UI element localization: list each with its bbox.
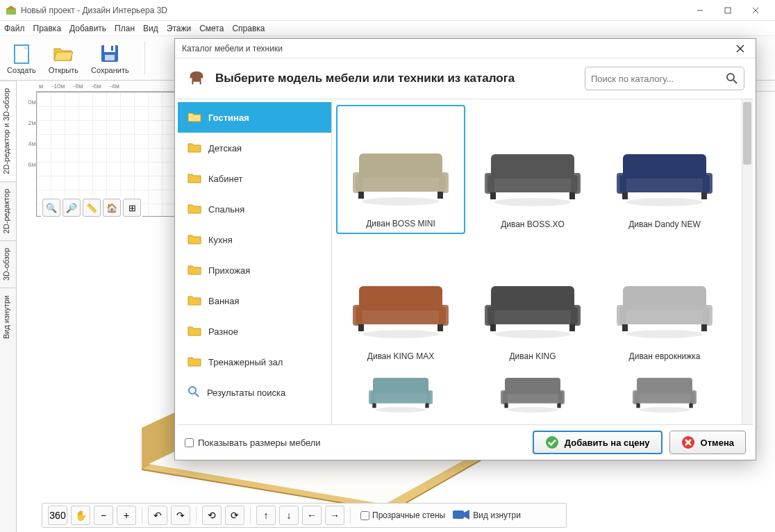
folder-icon: [188, 172, 201, 185]
thumbnail-caption: Диван BOSS MINI: [366, 219, 435, 228]
svg-rect-75: [425, 404, 428, 408]
dialog-body: ГостинаяДетскаяКабинетСпальняКухняПрихож…: [178, 99, 753, 425]
thumbnail-grid: Диван BOSS MINIДиван BOSS.XOДиван Dandy …: [332, 99, 753, 424]
svg-rect-86: [633, 390, 639, 404]
dialog-close-button[interactable]: [732, 40, 749, 57]
svg-rect-31: [439, 172, 449, 193]
svg-rect-28: [359, 153, 442, 178]
svg-rect-71: [371, 392, 431, 404]
cancel-button[interactable]: Отмена: [669, 431, 746, 454]
svg-point-76: [375, 407, 426, 413]
furniture-thumbnail[interactable]: Диван еврокнижка: [600, 237, 729, 366]
svg-rect-63: [623, 286, 706, 310]
svg-rect-67: [622, 324, 628, 331]
sofa-preview: [349, 371, 453, 413]
svg-rect-37: [485, 173, 494, 194]
svg-rect-80: [558, 390, 565, 404]
folder-icon: [188, 385, 200, 400]
furniture-thumbnail[interactable]: Диван KING MAX: [336, 237, 465, 366]
folder-icon: [188, 203, 201, 216]
furniture-thumbnail[interactable]: Диван BOSS.XO: [468, 105, 597, 234]
svg-rect-42: [623, 154, 706, 178]
category-item[interactable]: Тренажерный зал: [178, 347, 331, 377]
sofa-preview: [612, 371, 717, 413]
sofa-preview: [481, 140, 585, 210]
svg-rect-52: [439, 305, 449, 326]
category-label: Кухня: [208, 235, 233, 245]
search-box[interactable]: [585, 67, 744, 90]
search-icon[interactable]: [726, 72, 738, 85]
category-label: Тренажерный зал: [208, 357, 283, 367]
svg-rect-54: [438, 324, 443, 331]
svg-point-41: [494, 198, 571, 206]
svg-rect-47: [701, 192, 707, 199]
show-sizes-checkbox[interactable]: [185, 438, 194, 447]
svg-rect-65: [617, 305, 626, 326]
sofa-preview: [349, 140, 453, 209]
svg-point-26: [189, 387, 196, 394]
dialog-overlay: Каталог мебели и техники Выберите модель…: [0, 0, 775, 532]
svg-rect-22: [192, 81, 193, 84]
svg-rect-89: [689, 404, 692, 408]
svg-rect-72: [369, 390, 375, 404]
furniture-thumbnail[interactable]: Диван BOSS MINI: [336, 105, 465, 234]
folder-icon: [188, 325, 201, 338]
category-item[interactable]: Результаты поиска: [178, 377, 331, 408]
svg-rect-78: [503, 392, 563, 404]
furniture-thumbnail[interactable]: [600, 369, 729, 417]
furniture-thumbnail[interactable]: [468, 369, 597, 417]
furniture-thumbnail[interactable]: [336, 369, 465, 417]
svg-rect-84: [637, 378, 692, 394]
add-to-scene-button[interactable]: Добавить на сцену: [533, 431, 662, 454]
scrollbar[interactable]: [742, 99, 753, 424]
thumbnail-caption: Диван BOSS.XO: [501, 219, 565, 229]
svg-point-62: [494, 330, 571, 338]
svg-rect-59: [571, 305, 581, 326]
furniture-thumbnail[interactable]: Диван Dandy NEW: [600, 105, 729, 234]
svg-rect-61: [569, 324, 575, 331]
svg-rect-51: [353, 305, 362, 326]
svg-point-91: [546, 436, 558, 449]
thumbnail-caption: Диван еврокнижка: [629, 351, 701, 361]
folder-icon: [188, 142, 201, 155]
armchair-icon: [186, 67, 207, 90]
svg-rect-81: [504, 404, 508, 408]
svg-rect-77: [505, 378, 560, 394]
svg-point-83: [507, 407, 558, 413]
category-item[interactable]: Детская: [178, 133, 331, 163]
folder-icon: [188, 264, 201, 277]
svg-rect-43: [619, 175, 710, 192]
svg-rect-50: [356, 307, 446, 324]
svg-rect-53: [358, 324, 364, 331]
thumbnail-caption: Диван KING MAX: [367, 351, 434, 361]
svg-rect-39: [490, 192, 496, 199]
category-label: Кабинет: [208, 174, 242, 184]
category-item[interactable]: Кухня: [178, 224, 331, 255]
svg-point-48: [626, 198, 703, 206]
category-item[interactable]: Спальня: [178, 194, 331, 224]
sofa-preview: [612, 140, 717, 210]
svg-rect-58: [485, 305, 494, 326]
category-item[interactable]: Разное: [178, 316, 331, 347]
svg-rect-87: [690, 390, 697, 404]
category-item[interactable]: Кабинет: [178, 163, 331, 194]
svg-point-24: [727, 74, 734, 81]
category-item[interactable]: Ванная: [178, 285, 331, 316]
dialog-title-text: Каталог мебели и техники: [182, 44, 283, 53]
svg-rect-60: [490, 324, 496, 331]
folder-icon: [188, 111, 201, 124]
category-item[interactable]: Гостиная: [178, 102, 331, 133]
svg-rect-23: [200, 81, 201, 84]
category-item[interactable]: Прихожая: [178, 255, 331, 285]
show-sizes-toggle[interactable]: Показывать размеры мебели: [185, 438, 321, 448]
furniture-thumbnail[interactable]: Диван KING: [468, 237, 597, 366]
dialog-heading: Выберите модель мебели или техники из ка…: [215, 72, 576, 85]
thumbnail-caption: Диван KING: [509, 351, 556, 361]
svg-rect-64: [619, 307, 710, 324]
svg-rect-32: [358, 192, 364, 199]
svg-rect-88: [636, 404, 640, 408]
svg-rect-45: [703, 173, 712, 194]
svg-rect-33: [438, 192, 443, 199]
search-input[interactable]: [591, 74, 726, 84]
scrollbar-thumb[interactable]: [743, 102, 751, 165]
